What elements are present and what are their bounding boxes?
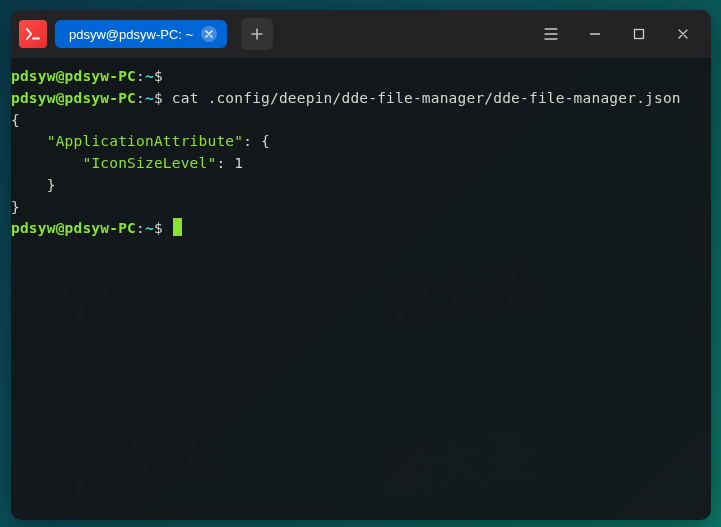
prompt-separator: : <box>136 90 145 106</box>
terminal-output-area[interactable]: pdsyw@pdsyw-PC:~$ pdsyw@pdsyw-PC:~$ cat … <box>11 58 711 240</box>
window-controls <box>541 24 703 44</box>
output-line: } <box>11 175 711 197</box>
command-line: pdsyw@pdsyw-PC:~$ cat .config/deepin/dde… <box>11 88 711 110</box>
close-window-button[interactable] <box>673 24 693 44</box>
prompt-line-active: pdsyw@pdsyw-PC:~$ <box>11 218 711 240</box>
maximize-icon <box>632 27 646 41</box>
terminal-window: pdsyw@pdsyw-PC: ~ pdsyw@pdsyw-PC <box>11 10 711 520</box>
terminal-tab[interactable]: pdsyw@pdsyw-PC: ~ <box>55 20 227 48</box>
titlebar: pdsyw@pdsyw-PC: ~ <box>11 10 711 58</box>
close-icon <box>205 30 213 38</box>
prompt-user-host: pdsyw@pdsyw-PC <box>11 90 136 106</box>
prompt-cwd: ~ <box>145 220 154 236</box>
prompt-cwd: ~ <box>145 68 154 84</box>
prompt-symbol: $ <box>154 68 163 84</box>
menu-button[interactable] <box>541 24 561 44</box>
command-text: cat .config/deepin/dde-file-manager/dde-… <box>172 90 681 106</box>
prompt-symbol: $ <box>154 90 163 106</box>
prompt-user-host: pdsyw@pdsyw-PC <box>11 68 136 84</box>
maximize-button[interactable] <box>629 24 649 44</box>
tab-close-button[interactable] <box>201 26 217 42</box>
prompt-line: pdsyw@pdsyw-PC:~$ <box>11 66 711 88</box>
plus-icon <box>250 27 264 41</box>
hamburger-icon <box>543 27 559 41</box>
output-line: { <box>11 110 711 132</box>
close-icon <box>676 27 690 41</box>
minimize-icon <box>588 27 602 41</box>
prompt-symbol: $ <box>154 220 163 236</box>
output-line: "IconSizeLevel": 1 <box>11 153 711 175</box>
terminal-app-icon <box>19 20 47 48</box>
tab-title: pdsyw@pdsyw-PC: ~ <box>69 27 193 42</box>
new-tab-button[interactable] <box>241 18 273 50</box>
svg-rect-2 <box>635 30 644 39</box>
minimize-button[interactable] <box>585 24 605 44</box>
prompt-user-host: pdsyw@pdsyw-PC <box>11 220 136 236</box>
output-line: "ApplicationAttribute": { <box>11 131 711 153</box>
prompt-separator: : <box>136 68 145 84</box>
prompt-separator: : <box>136 220 145 236</box>
output-line: } <box>11 197 711 219</box>
prompt-cwd: ~ <box>145 90 154 106</box>
terminal-cursor <box>173 218 182 236</box>
